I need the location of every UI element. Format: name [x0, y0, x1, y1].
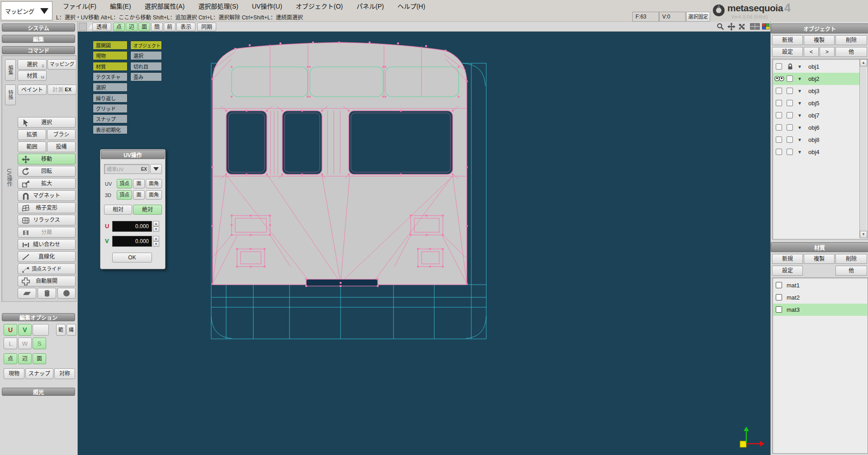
- u-value-field[interactable]: 0.000: [112, 221, 152, 232]
- material-row-mat2[interactable]: mat2: [773, 291, 867, 304]
- toggle-unfold-view[interactable]: 展開図: [93, 41, 128, 50]
- material-delete-button[interactable]: 削除: [835, 254, 867, 264]
- object-next-button[interactable]: >: [820, 47, 835, 57]
- toggle-texture[interactable]: テクスチャ: [93, 72, 128, 81]
- option-snap-button[interactable]: スナップ: [25, 368, 53, 379]
- cmd-magnet-button[interactable]: マグネット: [18, 190, 76, 201]
- rotate-view-icon[interactable]: [738, 23, 746, 31]
- v-spin-down-icon[interactable]: ▼: [153, 241, 159, 247]
- obj8-expand-icon[interactable]: ▼: [797, 137, 802, 142]
- uv-panel-titlebar[interactable]: UV操作: [101, 150, 165, 159]
- view-display-button[interactable]: 表示: [176, 23, 195, 31]
- toggle-distortion[interactable]: 歪み: [130, 72, 162, 81]
- object-row-obj7[interactable]: ▼ obj7: [773, 109, 859, 122]
- option-w-button[interactable]: W: [18, 338, 32, 349]
- material-other-button[interactable]: 他: [835, 266, 867, 276]
- toggle-object[interactable]: オブジェクト: [130, 41, 162, 50]
- obj4-expand-icon[interactable]: ▼: [797, 150, 802, 155]
- menu-selection-attr[interactable]: 選択部属性(A): [138, 1, 192, 10]
- obj7-expand-icon[interactable]: ▼: [797, 113, 802, 118]
- mat2-swatch[interactable]: [776, 294, 782, 300]
- object-delete-button[interactable]: 削除: [835, 35, 867, 45]
- uv-face-angle-button[interactable]: 面角: [146, 179, 162, 188]
- menu-panel[interactable]: パネル(P): [350, 1, 391, 10]
- mode-selector[interactable]: マッピング: [1, 1, 52, 20]
- visible-eyes-icon[interactable]: [774, 75, 784, 82]
- object-duplicate-button[interactable]: 複製: [804, 35, 835, 45]
- cmd-lattice-button[interactable]: 格子変形: [18, 202, 76, 213]
- cmd-relax-button[interactable]: リラックス: [18, 215, 76, 225]
- option-face-button[interactable]: 面: [33, 353, 46, 364]
- object-row-obj2[interactable]: ▼ obj2: [773, 73, 859, 85]
- scroll-up-icon[interactable]: ▲: [860, 59, 867, 66]
- object-new-button[interactable]: 新規: [772, 35, 803, 45]
- obj3-checkbox[interactable]: [776, 88, 782, 94]
- selection-lock-button[interactable]: 選択固定: [686, 12, 710, 22]
- menu-object[interactable]: オブジェクト(O): [289, 1, 350, 10]
- option-range-button[interactable]: 範: [56, 324, 66, 336]
- material-duplicate-button[interactable]: 複製: [804, 254, 835, 264]
- scroll-down-icon[interactable]: ▼: [860, 231, 867, 238]
- toggle-grid[interactable]: グリッド: [93, 104, 128, 113]
- v-spin-up-icon[interactable]: ▲: [153, 236, 159, 241]
- menu-uv-operation[interactable]: UV操作(U): [245, 1, 289, 10]
- option-point-button[interactable]: 点: [4, 353, 17, 364]
- option-edge-button[interactable]: 辺: [18, 353, 32, 364]
- zoom-view-icon[interactable]: [716, 23, 725, 31]
- lock-icon[interactable]: [787, 63, 794, 70]
- option-u-button[interactable]: U: [4, 324, 17, 336]
- d3-face-button[interactable]: 面: [133, 190, 145, 200]
- view-perspective-button[interactable]: 透視: [92, 23, 111, 31]
- cmd-auto-unfold-button[interactable]: 自動展開: [18, 276, 76, 286]
- material-row-mat1[interactable]: mat1: [773, 279, 867, 291]
- view-point-button[interactable]: 点: [113, 23, 125, 31]
- material-row-mat3[interactable]: mat3: [773, 304, 867, 316]
- mapping-mode-button[interactable]: マッピング: [47, 59, 76, 70]
- obj5-checkbox2[interactable]: [787, 100, 793, 106]
- toggle-reset-view[interactable]: 表示初期化: [93, 125, 128, 134]
- toggle-material[interactable]: 材質: [93, 62, 128, 71]
- sidebar-header-edit[interactable]: 編集: [2, 35, 75, 43]
- object-panel-header[interactable]: オブジェクト: [771, 23, 868, 33]
- cmd-scale-button[interactable]: 拡大: [18, 178, 76, 189]
- uv-vertex-button[interactable]: 頂点: [117, 179, 132, 188]
- object-row-obj6[interactable]: ▼ obj6: [773, 122, 859, 134]
- uv-viewport-canvas[interactable]: 展開図 現物 材質 テクスチャ 選択 繰り返し グリッド スナップ 表示初期化 …: [78, 32, 770, 455]
- option-rope-button[interactable]: 縄: [66, 324, 76, 336]
- toggle-repeat[interactable]: 繰り返し: [93, 94, 128, 103]
- cmd-separate-button[interactable]: 分離: [18, 227, 76, 238]
- view-face-button[interactable]: 面: [138, 23, 150, 31]
- obj8-checkbox2[interactable]: [787, 136, 793, 143]
- obj2-checkbox[interactable]: [787, 75, 793, 82]
- option-s-button[interactable]: S: [33, 338, 46, 349]
- d3-vertex-button[interactable]: 頂点: [117, 190, 132, 200]
- sidebar-header-lighting[interactable]: 照光: [2, 388, 75, 396]
- v-spinner[interactable]: ▲ ▼: [153, 236, 159, 247]
- menu-help[interactable]: ヘルプ(H): [391, 1, 432, 10]
- select-mode-button[interactable]: 選択 S: [18, 59, 47, 70]
- uv-face-button[interactable]: 面: [133, 179, 145, 188]
- material-settings-button[interactable]: 設定: [772, 266, 803, 276]
- obj8-checkbox[interactable]: [776, 136, 782, 143]
- menu-edit[interactable]: 編集(E): [103, 1, 138, 10]
- obj3-expand-icon[interactable]: ▼: [797, 89, 802, 94]
- obj1-expand-icon[interactable]: ▼: [797, 64, 802, 69]
- mat3-swatch[interactable]: [776, 306, 782, 313]
- option-l-button[interactable]: L: [4, 338, 17, 349]
- material-mode-button[interactable]: 材質 M: [18, 70, 47, 81]
- cmd-expand-button[interactable]: 拡張: [18, 129, 46, 140]
- view-sync-button[interactable]: 同期: [197, 23, 216, 31]
- cmd-brush-button[interactable]: ブラシ: [47, 129, 76, 140]
- obj5-expand-icon[interactable]: ▼: [797, 101, 802, 106]
- object-prev-button[interactable]: <: [804, 47, 819, 57]
- cmd-lasso-button[interactable]: 投縄: [47, 141, 76, 152]
- cmd-straighten-button[interactable]: 直線化: [18, 251, 76, 262]
- uv-preset-field[interactable]: 標準UV EX: [104, 164, 149, 174]
- cmd-select-button[interactable]: 選択: [18, 117, 76, 128]
- toggle-select2[interactable]: 選択: [130, 51, 162, 60]
- object-row-obj4[interactable]: ▼ obj4: [773, 146, 859, 158]
- object-settings-button[interactable]: 設定: [772, 47, 803, 57]
- material-panel-header[interactable]: 材質: [771, 242, 868, 252]
- option-symmetry-button[interactable]: 対称: [54, 368, 75, 379]
- u-spin-down-icon[interactable]: ▼: [153, 226, 159, 232]
